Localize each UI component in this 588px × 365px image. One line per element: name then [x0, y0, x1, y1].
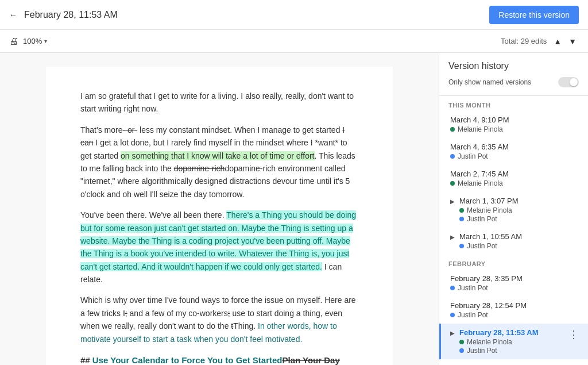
named-versions-row: Only show named versions	[448, 77, 579, 87]
author-row: Melanie Pinola	[459, 206, 579, 214]
main-toolbar: ← February 28, 11:53 AM Restore this ver…	[0, 0, 588, 30]
author-name: Melanie Pinola	[458, 125, 503, 133]
author-name: Justin Pot	[458, 152, 488, 160]
author-row: Justin Pot	[450, 284, 579, 292]
version-date: March 1, 3:07 PM	[459, 197, 579, 205]
restore-button[interactable]: Restore this version	[489, 6, 579, 24]
version-authors: Justin Pot	[450, 311, 579, 319]
version-item-active[interactable]: ▶ February 28, 11:53 AM Melanie Pinola J…	[439, 324, 588, 359]
version-info: March 4, 9:10 PM Melanie Pinola	[450, 116, 579, 133]
version-date-active: February 28, 11:53 AM	[459, 328, 564, 337]
zoom-dropdown-icon: ▾	[44, 38, 47, 44]
version-authors: Melanie Pinola Justin Pot	[459, 338, 564, 355]
doc-heading-1: ## Use Your Calendar to Force You to Get…	[80, 354, 358, 365]
doc-para-1: I am so grateful that I get to write for…	[80, 90, 358, 116]
version-history-sidebar: Version history Only show named versions…	[439, 53, 588, 365]
sidebar-title: Version history	[448, 61, 579, 71]
author-row: Melanie Pinola	[459, 338, 564, 346]
nav-arrows: ▲ ▼	[551, 36, 579, 47]
author-dot	[450, 181, 455, 186]
back-button[interactable]: ←	[9, 10, 17, 20]
author-name: Justin Pot	[467, 215, 497, 223]
version-info: March 1, 10:55 AM Justin Pot	[459, 232, 579, 250]
author-name: Melanie Pinola	[458, 179, 503, 187]
back-icon: ←	[9, 10, 17, 20]
version-item[interactable]: February 28, 3:35 PM Justin Pot	[439, 270, 588, 297]
version-info: February 28, 3:35 PM Justin Pot	[450, 274, 579, 292]
author-name: Justin Pot	[458, 284, 488, 292]
sidebar-header: Version history Only show named versions	[439, 53, 588, 96]
author-dot	[450, 286, 455, 290]
doc-para-2: That's more- or- less my constant mindse…	[80, 124, 358, 201]
author-row: Justin Pot	[459, 242, 579, 250]
version-item[interactable]: March 4, 6:35 AM Justin Pot	[439, 138, 588, 165]
author-row: Melanie Pinola	[450, 179, 579, 187]
author-name: Melanie Pinola	[467, 206, 512, 214]
version-date: March 2, 7:45 AM	[450, 170, 579, 178]
author-name: Justin Pot	[458, 311, 488, 319]
version-item[interactable]: ▶ March 1, 3:07 PM Melanie Pinola Justin…	[439, 192, 588, 228]
author-dot	[459, 217, 464, 221]
version-date: March 1, 10:55 AM	[459, 232, 579, 241]
named-versions-label: Only show named versions	[448, 78, 531, 86]
author-row: Justin Pot	[459, 215, 579, 223]
author-row: Justin Pot	[450, 311, 579, 319]
version-date: March 4, 6:35 AM	[450, 143, 579, 151]
version-date: February 28, 3:35 PM	[450, 274, 579, 283]
author-name: Melanie Pinola	[467, 338, 512, 346]
version-info: March 1, 3:07 PM Melanie Pinola Justin P…	[459, 197, 579, 223]
expand-icon[interactable]: ▶	[450, 234, 455, 240]
author-dot	[450, 313, 455, 317]
version-authors: Melanie Pinola Justin Pot	[459, 206, 579, 223]
main-layout: I am so grateful that I get to write for…	[0, 53, 588, 365]
version-authors: Melanie Pinola	[450, 179, 579, 187]
version-date: February 28, 12:54 PM	[450, 301, 579, 310]
version-authors: Justin Pot	[450, 152, 579, 160]
author-row: Justin Pot	[450, 152, 579, 160]
expand-icon[interactable]: ▶	[450, 330, 455, 336]
named-versions-toggle[interactable]	[558, 77, 579, 87]
author-dot	[450, 154, 455, 159]
zoom-value: 100%	[23, 37, 42, 45]
zoom-control[interactable]: 100% ▾	[23, 37, 47, 45]
print-icon: 🖨	[9, 36, 18, 46]
toggle-knob	[570, 78, 578, 86]
total-edits: Total: 29 edits	[501, 37, 547, 45]
version-authors: Melanie Pinola	[450, 125, 579, 133]
author-dot	[459, 208, 464, 213]
version-date: March 4, 9:10 PM	[450, 116, 579, 124]
author-name: Justin Pot	[467, 242, 497, 250]
sidebar-list: THIS MONTH March 4, 9:10 PM Melanie Pino…	[439, 96, 588, 365]
expand-icon[interactable]: ▶	[450, 198, 455, 205]
secondary-toolbar: 🖨 100% ▾ Total: 29 edits ▲ ▼	[0, 30, 588, 53]
nav-down-button[interactable]: ▼	[566, 36, 579, 47]
version-item[interactable]: ▶ March 1, 10:55 AM Justin Pot	[439, 228, 588, 255]
nav-up-button[interactable]: ▲	[551, 36, 564, 47]
print-button[interactable]: 🖨	[9, 36, 18, 47]
version-more-button[interactable]: ⋮	[568, 328, 579, 341]
document-area: I am so grateful that I get to write for…	[0, 53, 439, 365]
document-content: I am so grateful that I get to write for…	[46, 67, 393, 365]
author-row: Melanie Pinola	[450, 125, 579, 133]
version-item[interactable]: March 4, 9:10 PM Melanie Pinola	[439, 111, 588, 138]
version-item[interactable]: March 2, 7:45 AM Melanie Pinola	[439, 165, 588, 192]
section-label-this-month: THIS MONTH	[439, 96, 588, 111]
version-title: February 28, 11:53 AM	[24, 10, 489, 20]
version-authors: Justin Pot	[459, 242, 579, 250]
doc-para-3: You've been there. We've all been there.…	[80, 209, 358, 286]
doc-para-4: Which is why over time I've found ways t…	[80, 294, 358, 345]
version-authors: Justin Pot	[450, 284, 579, 292]
author-row: Justin Pot	[459, 347, 564, 355]
version-info: February 28, 12:54 PM Justin Pot	[450, 301, 579, 319]
version-info: March 2, 7:45 AM Melanie Pinola	[450, 170, 579, 187]
author-dot	[450, 127, 455, 132]
version-item[interactable]: February 28, 12:54 PM Justin Pot	[439, 297, 588, 324]
author-name: Justin Pot	[467, 347, 497, 355]
author-dot	[459, 340, 464, 344]
version-info: March 4, 6:35 AM Justin Pot	[450, 143, 579, 160]
author-dot	[459, 348, 464, 353]
author-dot	[459, 244, 464, 248]
section-label-february: FEBRUARY	[439, 255, 588, 270]
version-info: February 28, 11:53 AM Melanie Pinola Jus…	[459, 328, 564, 355]
